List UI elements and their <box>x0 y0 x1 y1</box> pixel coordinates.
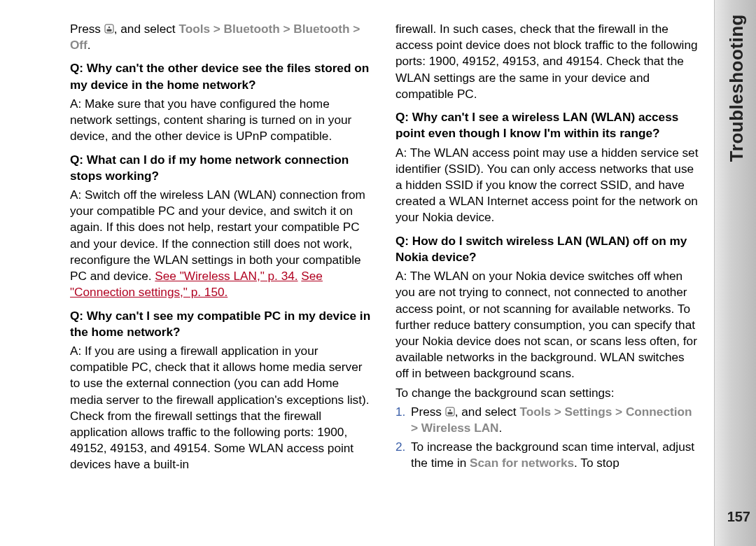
link-wireless-lan[interactable]: See "Wireless LAN," p. 34. <box>155 269 298 283</box>
text: . <box>498 421 502 435</box>
page-number: 157 <box>727 509 750 525</box>
scan-for-networks-label: Scan for networks <box>470 456 574 470</box>
page-content: Press , and select Tools > Bluetooth > B… <box>0 0 714 546</box>
bg-scan-steps: Press , and select Tools > Settings > Co… <box>396 404 700 472</box>
svg-rect-2 <box>106 29 111 32</box>
bluetooth-off-instruction: Press , and select Tools > Bluetooth > B… <box>70 21 374 53</box>
svg-point-1 <box>108 27 110 29</box>
svg-rect-0 <box>105 24 113 33</box>
right-column: firewall. In such cases, check that the … <box>396 21 700 525</box>
svg-point-4 <box>449 410 451 412</box>
answer-compatible-pc: A: If you are using a firewall applicati… <box>70 343 374 473</box>
answer-wlan-access-point: A: The WLAN access point may use a hidde… <box>396 145 700 226</box>
text: , and select <box>455 405 520 419</box>
answer-home-network-stops: A: Switch off the wireless LAN (WLAN) co… <box>70 187 374 301</box>
text: Press <box>411 405 445 419</box>
text: . <box>88 38 91 52</box>
side-tab: Troubleshooting 157 <box>714 0 756 546</box>
step-1: Press , and select Tools > Settings > Co… <box>396 404 700 436</box>
text: . To stop <box>574 456 620 470</box>
question-wlan-access-point: Q: Why can't I see a wireless LAN (WLAN)… <box>396 109 700 141</box>
question-compatible-pc: Q: Why can't I see my compatible PC in m… <box>70 308 374 340</box>
svg-rect-3 <box>446 407 454 416</box>
text: , and select <box>114 22 179 36</box>
answer-wlan-off: A: The WLAN on your Nokia device switche… <box>396 268 700 382</box>
section-title: Troubleshooting <box>726 14 748 162</box>
question-files-home-network: Q: Why can't the other device see the fi… <box>70 60 374 92</box>
text: Press <box>70 22 104 36</box>
firewall-continuation: firewall. In such cases, check that the … <box>396 21 700 102</box>
left-column: Press , and select Tools > Bluetooth > B… <box>70 21 374 525</box>
bg-scan-intro: To change the background scan settings: <box>396 385 700 401</box>
question-home-network-stops: Q: What can I do if my home network conn… <box>70 152 374 184</box>
question-wlan-off: Q: How do I switch wireless LAN (WLAN) o… <box>396 233 700 265</box>
step-2: To increase the background scan time int… <box>396 439 700 471</box>
svg-rect-5 <box>447 412 452 414</box>
menu-key-icon <box>445 405 455 414</box>
answer-files-home-network: A: Make sure that you have configured th… <box>70 96 374 145</box>
menu-key-icon <box>104 22 114 31</box>
